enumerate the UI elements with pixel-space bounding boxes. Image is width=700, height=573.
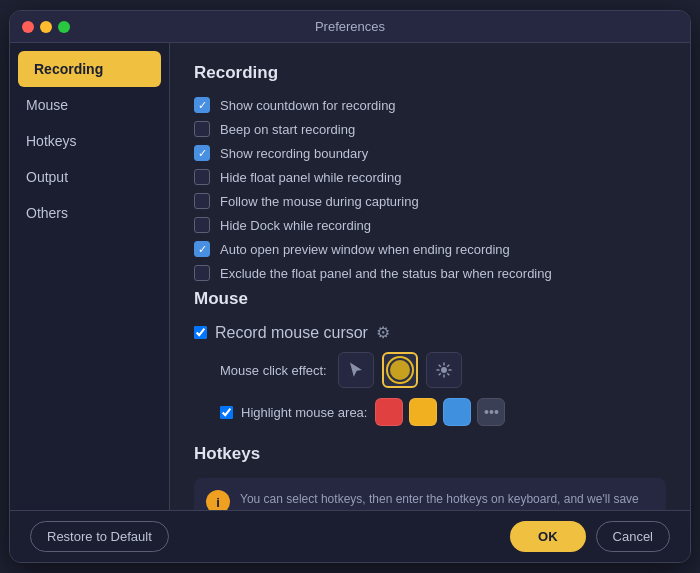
checkbox-show-boundary-label: Show recording boundary — [220, 146, 368, 161]
checkbox-hide-float: Hide float panel while recording — [194, 169, 666, 185]
maximize-button[interactable] — [58, 21, 70, 33]
mouse-click-row: Mouse click effect: — [220, 352, 666, 388]
window-title: Preferences — [315, 19, 385, 34]
checkbox-show-countdown-input[interactable] — [194, 97, 210, 113]
color-more-button[interactable]: ••• — [477, 398, 505, 426]
checkbox-exclude-float: Exclude the float panel and the status b… — [194, 265, 666, 281]
mouse-section-title: Mouse — [194, 289, 666, 309]
checkbox-auto-open-label: Auto open preview window when ending rec… — [220, 242, 510, 257]
svg-line-6 — [447, 373, 449, 375]
info-box: i You can select hotkeys, then enter the… — [194, 478, 666, 510]
click-effect-options — [338, 352, 462, 388]
checkbox-highlight-area-input[interactable] — [220, 406, 233, 419]
info-text: You can select hotkeys, then enter the h… — [240, 490, 654, 510]
close-button[interactable] — [22, 21, 34, 33]
sidebar-item-output[interactable]: Output — [10, 159, 169, 195]
checkbox-beep-on-start-label: Beep on start recording — [220, 122, 355, 137]
checkbox-hide-dock-label: Hide Dock while recording — [220, 218, 371, 233]
content-area: Recording Mouse Hotkeys Output Others Re… — [10, 43, 690, 510]
checkbox-exclude-float-input[interactable] — [194, 265, 210, 281]
click-option-highlight[interactable] — [382, 352, 418, 388]
color-options: ••• — [375, 398, 505, 426]
click-option-cursor[interactable] — [338, 352, 374, 388]
recording-section-title: Recording — [194, 63, 666, 83]
checkbox-beep-on-start: Beep on start recording — [194, 121, 666, 137]
bottom-bar: Restore to Default OK Cancel — [10, 510, 690, 562]
bottom-right-buttons: OK Cancel — [510, 521, 670, 552]
svg-line-7 — [447, 365, 449, 367]
checkbox-show-countdown-label: Show countdown for recording — [220, 98, 396, 113]
cancel-button[interactable]: Cancel — [596, 521, 670, 552]
restore-default-button[interactable]: Restore to Default — [30, 521, 169, 552]
svg-line-5 — [439, 365, 441, 367]
highlight-row: Highlight mouse area: ••• — [220, 398, 666, 426]
checkbox-follow-mouse-label: Follow the mouse during capturing — [220, 194, 419, 209]
sidebar-item-hotkeys[interactable]: Hotkeys — [10, 123, 169, 159]
svg-point-0 — [441, 367, 447, 373]
checkbox-show-countdown: Show countdown for recording — [194, 97, 666, 113]
sidebar-item-recording[interactable]: Recording — [18, 51, 161, 87]
checkbox-auto-open-input[interactable] — [194, 241, 210, 257]
checkbox-follow-mouse: Follow the mouse during capturing — [194, 193, 666, 209]
checkbox-hide-float-label: Hide float panel while recording — [220, 170, 401, 185]
main-content: Recording Show countdown for recording B… — [170, 43, 690, 510]
preferences-window: Preferences Recording Mouse Hotkeys Outp… — [9, 10, 691, 563]
sidebar: Recording Mouse Hotkeys Output Others — [10, 43, 170, 510]
record-cursor-label: Record mouse cursor — [215, 324, 368, 342]
titlebar: Preferences — [10, 11, 690, 43]
color-yellow[interactable] — [409, 398, 437, 426]
checkbox-beep-on-start-input[interactable] — [194, 121, 210, 137]
checkbox-hide-dock-input[interactable] — [194, 217, 210, 233]
checkbox-record-cursor-input[interactable] — [194, 326, 207, 339]
click-option-burst[interactable] — [426, 352, 462, 388]
color-blue[interactable] — [443, 398, 471, 426]
checkbox-follow-mouse-input[interactable] — [194, 193, 210, 209]
mouse-section: Mouse Record mouse cursor ⚙ Mouse click … — [194, 289, 666, 426]
sidebar-item-others[interactable]: Others — [10, 195, 169, 231]
ok-button[interactable]: OK — [510, 521, 586, 552]
hotkeys-section-title: Hotkeys — [194, 444, 666, 464]
checkbox-show-boundary: Show recording boundary — [194, 145, 666, 161]
checkbox-hide-float-input[interactable] — [194, 169, 210, 185]
hotkeys-section: Hotkeys i You can select hotkeys, then e… — [194, 444, 666, 510]
mouse-cursor-row: Record mouse cursor ⚙ — [194, 323, 666, 342]
mouse-click-label: Mouse click effect: — [220, 363, 330, 378]
sidebar-item-mouse[interactable]: Mouse — [10, 87, 169, 123]
checkbox-show-boundary-input[interactable] — [194, 145, 210, 161]
checkbox-auto-open: Auto open preview window when ending rec… — [194, 241, 666, 257]
highlight-label: Highlight mouse area: — [241, 405, 367, 420]
checkbox-hide-dock: Hide Dock while recording — [194, 217, 666, 233]
gear-icon[interactable]: ⚙ — [376, 323, 390, 342]
color-red[interactable] — [375, 398, 403, 426]
checkbox-exclude-float-label: Exclude the float panel and the status b… — [220, 266, 552, 281]
info-icon: i — [206, 490, 230, 510]
traffic-lights — [22, 21, 70, 33]
minimize-button[interactable] — [40, 21, 52, 33]
svg-line-8 — [439, 373, 441, 375]
